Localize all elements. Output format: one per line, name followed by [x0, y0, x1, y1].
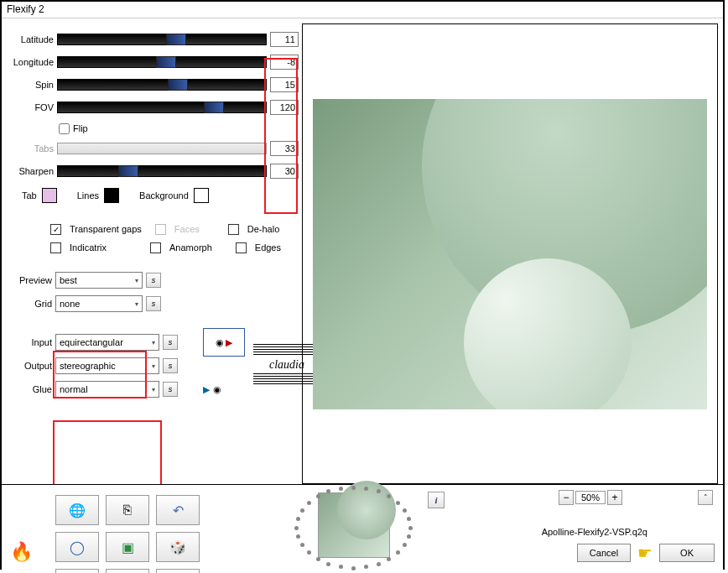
disc-icon: ◉: [213, 384, 221, 395]
latitude-label: Latitude: [5, 34, 57, 44]
background-swatch[interactable]: [194, 188, 209, 203]
spin-slider[interactable]: [57, 79, 267, 91]
fire-icon[interactable]: 🔥: [10, 541, 33, 563]
info-button[interactable]: i: [428, 492, 445, 508]
grid-select-label: Grid: [5, 299, 55, 309]
chevron-up-icon: ˄: [704, 493, 708, 502]
zoom-out-button[interactable]: −: [559, 490, 574, 505]
output-select[interactable]: stereographic▾: [55, 357, 159, 374]
dice-button[interactable]: 🎲: [156, 532, 200, 562]
spin-value[interactable]: [270, 77, 299, 92]
tabs-slider[interactable]: [57, 143, 267, 154]
content-area: Latitude Longitude Spin FOV Fl: [2, 18, 723, 484]
disc-play-button[interactable]: ◉▶: [203, 328, 245, 357]
preview-panel: [302, 23, 718, 484]
thumbnail-zone: [287, 485, 421, 570]
output-select-label: Output: [5, 361, 55, 371]
anamorph-checkbox[interactable]: [150, 242, 161, 253]
globe-button[interactable]: 🌐: [55, 495, 99, 525]
bottom-bar: 🌐 ⎘ ↶ ◯ ▣ 🎲 ✚ ⬢ ◆ 🔥 i − 50% +: [2, 484, 723, 570]
edges-label: Edges: [255, 242, 281, 253]
sharpen-label: Sharpen: [5, 166, 57, 176]
input-settings-button[interactable]: s: [163, 335, 178, 350]
tab-swatch[interactable]: [42, 188, 57, 203]
grid-settings-button[interactable]: s: [146, 296, 161, 311]
plus-button[interactable]: ✚: [55, 569, 99, 573]
edges-checkbox[interactable]: [236, 242, 247, 253]
lines-swatch-label: Lines: [77, 190, 99, 201]
output-settings-button[interactable]: s: [163, 358, 178, 373]
flip-label: Flip: [73, 123, 88, 133]
filename: Apolline-Flexify2-VSP.q2q: [542, 527, 647, 537]
square-button[interactable]: ▣: [106, 532, 149, 562]
sharpen-value[interactable]: [270, 164, 299, 179]
indicatrix-label: Indicatrix: [70, 242, 107, 253]
play-disc-button[interactable]: ▶◉: [203, 384, 221, 395]
input-select-label: Input: [5, 337, 55, 347]
undo-icon: ↶: [173, 503, 184, 518]
grid-select[interactable]: none▾: [55, 295, 143, 312]
fov-slider[interactable]: [57, 102, 267, 113]
cancel-button[interactable]: Cancel: [577, 544, 631, 562]
square-icon: ▣: [122, 539, 134, 555]
longitude-value[interactable]: [270, 55, 299, 70]
spin-label: Spin: [5, 80, 57, 90]
tabs-label: Tabs: [5, 143, 57, 154]
copy-button[interactable]: ⎘: [106, 495, 149, 525]
disc-icon: ◉: [216, 337, 224, 348]
gem-button[interactable]: ◆: [156, 569, 200, 573]
glue-select-label: Glue: [5, 384, 55, 394]
circle-icon: ◯: [70, 539, 85, 555]
input-select[interactable]: equirectangular▾: [55, 334, 159, 351]
background-swatch-label: Background: [139, 190, 189, 201]
flip-checkbox[interactable]: [59, 123, 70, 134]
latitude-slider[interactable]: [57, 34, 267, 45]
block-button[interactable]: ⬢: [106, 569, 149, 573]
transparent-gaps-label: Transparent gaps: [70, 224, 142, 234]
longitude-label: Longitude: [5, 57, 57, 67]
faces-checkbox: [155, 224, 166, 235]
flexify-window: Flexify 2 Latitude Longitude Spin FOV: [0, 0, 725, 570]
fov-value[interactable]: [270, 100, 299, 115]
latitude-value[interactable]: [270, 32, 299, 47]
circle-button[interactable]: ◯: [55, 532, 99, 562]
play-icon: ▶: [203, 384, 210, 395]
expand-button[interactable]: ˄: [698, 490, 713, 505]
zoom-value: 50%: [575, 491, 606, 504]
glue-settings-button[interactable]: s: [163, 382, 178, 397]
transparent-gaps-checkbox[interactable]: ✓: [50, 224, 61, 235]
globe-icon: 🌐: [69, 503, 86, 518]
dehalo-label: De-halo: [247, 224, 280, 234]
window-title: Flexify 2: [2, 2, 723, 18]
preview-settings-button[interactable]: s: [146, 273, 161, 288]
glue-select[interactable]: normal▾: [55, 381, 159, 398]
indicatrix-checkbox[interactable]: [50, 242, 61, 253]
dehalo-checkbox[interactable]: [228, 224, 239, 235]
zoom-in-button[interactable]: +: [607, 490, 622, 505]
thumbnail[interactable]: [318, 492, 390, 558]
hand-pointer-icon: ☛: [637, 543, 653, 563]
lines-swatch[interactable]: [104, 188, 119, 203]
dice-icon: 🎲: [169, 539, 186, 555]
preview-image: [313, 99, 707, 409]
play-icon: ▶: [226, 337, 232, 348]
tabs-value[interactable]: [270, 141, 299, 156]
sharpen-slider[interactable]: [57, 165, 267, 177]
faces-label: Faces: [174, 224, 200, 234]
preview-select-label: Preview: [5, 275, 55, 285]
ok-button[interactable]: OK: [659, 544, 715, 562]
fov-label: FOV: [5, 102, 57, 112]
longitude-slider[interactable]: [57, 56, 267, 68]
undo-button[interactable]: ↶: [156, 495, 200, 525]
anamorph-label: Anamorph: [169, 242, 212, 253]
controls-panel: Latitude Longitude Spin FOV Fl: [2, 18, 302, 484]
highlight-io: [53, 420, 162, 492]
info-area: i − 50% + ˄ Apolline-Flexify2-VSP.q2q Ca…: [421, 485, 723, 570]
preview-select[interactable]: best▾: [55, 272, 143, 289]
tab-swatch-label: Tab: [22, 190, 37, 201]
copy-icon: ⎘: [123, 503, 132, 518]
